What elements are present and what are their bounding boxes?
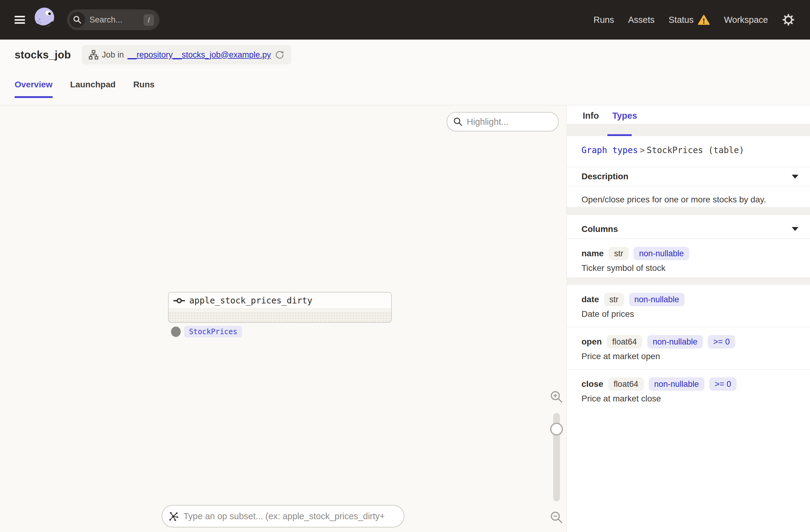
active-tab-indicator <box>608 134 632 136</box>
nav-status-group[interactable]: Status <box>668 14 710 25</box>
type-badge: float64 <box>607 335 642 349</box>
type-breadcrumb: Graph types>StockPrices (table) <box>582 145 810 155</box>
row-spacer <box>567 277 810 285</box>
column-name: open <box>582 337 602 346</box>
op-output-port[interactable] <box>171 326 181 337</box>
menu-icon[interactable] <box>15 16 25 24</box>
panel-tabs: Info Types <box>567 105 810 124</box>
nav-assets[interactable]: Assets <box>628 15 654 25</box>
app-header: / Runs Assets Status Workspace <box>0 0 810 39</box>
op-subset-input[interactable] <box>183 511 384 521</box>
header-nav: Runs Assets Status Workspace <box>594 13 810 26</box>
constraint-badge: >= 0 <box>708 335 735 349</box>
breadcrumb-graph-types-link[interactable]: Graph types <box>582 145 638 155</box>
constraint-badge: non-nullable <box>629 293 685 306</box>
column-row-close: close float64 non-nullable >= 0 Price at… <box>567 370 810 406</box>
columns-section-header[interactable]: Columns <box>567 220 810 239</box>
constraint-badge: non-nullable <box>649 377 704 391</box>
tab-launchpad[interactable]: Launchpad <box>70 80 116 98</box>
settings-gear-icon[interactable] <box>782 13 795 26</box>
op-output-type-badge[interactable]: StockPrices <box>184 326 242 338</box>
op-node-body <box>168 309 391 323</box>
panel-tab-band <box>567 124 810 136</box>
description-text: Open/close prices for one or more stocks… <box>582 195 810 205</box>
tab-runs[interactable]: Runs <box>133 80 155 98</box>
type-side-panel: Info Types Graph types>StockPrices (tabl… <box>567 105 810 532</box>
job-tabs: Overview Launchpad Runs <box>15 80 155 98</box>
constraint-badge: non-nullable <box>647 335 703 349</box>
warning-icon <box>698 14 710 25</box>
job-pill-prefix: Job in <box>102 50 124 60</box>
constraint-badge: non-nullable <box>633 247 689 260</box>
op-node-name: apple_stock_prices_dirty <box>189 295 312 306</box>
job-title-row: stocks_job Job in __repository__stocks_j… <box>15 45 291 65</box>
type-badge: str <box>604 293 624 306</box>
job-origin-pill: Job in __repository__stocks_job@example.… <box>82 45 291 65</box>
page-title: stocks_job <box>15 49 71 61</box>
columns-section-title: Columns <box>582 224 618 234</box>
highlight-search-icon <box>453 116 463 127</box>
column-description: Price at market open <box>582 352 810 364</box>
search-icon <box>69 12 85 28</box>
dagster-logo-icon[interactable] <box>32 6 59 34</box>
chevron-down-icon <box>792 227 798 231</box>
op-node[interactable]: apple_stock_prices_dirty <box>168 292 392 323</box>
zoom-out-icon[interactable] <box>550 511 564 525</box>
zoom-slider[interactable] <box>553 413 560 501</box>
op-subset-selector[interactable] <box>162 505 404 528</box>
column-name: name <box>582 249 604 258</box>
tab-overview[interactable]: Overview <box>15 80 53 98</box>
zoom-in-icon[interactable] <box>550 390 564 404</box>
constraint-badge: >= 0 <box>709 377 737 391</box>
breadcrumb-separator: > <box>638 145 647 155</box>
column-description: Price at market close <box>582 394 810 406</box>
job-repo-link[interactable]: __repository__stocks_job@example.py <box>128 50 271 60</box>
zoom-control <box>547 390 567 525</box>
op-icon <box>174 297 185 304</box>
panel-tab-info[interactable]: Info <box>583 111 599 121</box>
reload-icon[interactable] <box>275 50 285 60</box>
highlight-search[interactable] <box>447 112 559 131</box>
column-row-name: name str non-nullable Ticker symbol of s… <box>567 239 810 275</box>
column-row-date: date str non-nullable Date of prices <box>567 285 810 321</box>
breadcrumb-current: StockPrices (table) <box>647 145 744 155</box>
chevron-down-icon <box>792 175 798 179</box>
type-badge: str <box>609 247 629 260</box>
highlight-input[interactable] <box>467 117 540 127</box>
description-section-title: Description <box>582 172 628 181</box>
search-shortcut-key: / <box>144 14 154 26</box>
job-hierarchy-icon <box>88 50 98 60</box>
zoom-slider-handle[interactable] <box>550 423 563 436</box>
column-row-open: open float64 non-nullable >= 0 Price at … <box>567 327 810 364</box>
description-section-header[interactable]: Description <box>567 167 810 186</box>
nav-status[interactable]: Status <box>668 15 694 25</box>
column-description: Date of prices <box>582 309 810 321</box>
search-input[interactable] <box>90 15 135 25</box>
graph-canvas[interactable]: apple_stock_prices_dirty StockPrices <box>0 105 810 532</box>
section-spacer <box>567 207 810 215</box>
column-name: date <box>582 295 599 304</box>
type-badge: float64 <box>608 377 644 391</box>
op-selector-icon <box>168 511 179 522</box>
column-name: close <box>582 379 603 389</box>
column-description: Ticker symbol of stock <box>582 263 810 275</box>
nav-workspace[interactable]: Workspace <box>724 15 768 25</box>
panel-tab-types[interactable]: Types <box>612 111 637 121</box>
global-search[interactable]: / <box>67 10 159 30</box>
nav-runs[interactable]: Runs <box>594 15 614 25</box>
